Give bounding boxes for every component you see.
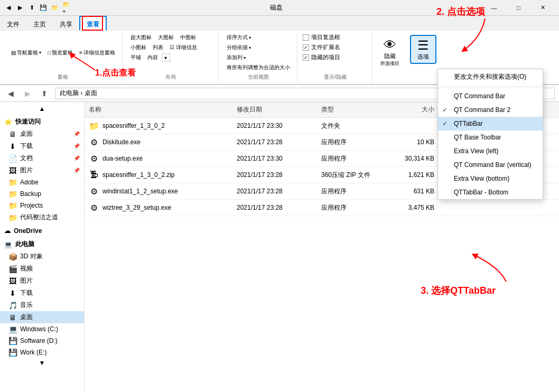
current-view-label: 当前视图	[248, 72, 269, 82]
forward-icon[interactable]: ▶	[16, 4, 24, 12]
software-d-label: Software (D:)	[20, 337, 58, 344]
qt-base-toolbar-item[interactable]: QT Base Toolbar	[438, 130, 543, 144]
file-name: wiztree_3_29_setup.exe	[103, 204, 171, 211]
sidebar-item-pictures[interactable]: 🖼 图片	[0, 275, 84, 287]
up-nav-btn[interactable]: ⬆	[38, 87, 51, 100]
tab-file[interactable]: 文件	[0, 18, 26, 31]
menu-divider	[438, 87, 543, 87]
qttabbar-bottom-item[interactable]: QTTabBar - Bottom	[438, 185, 543, 199]
file-name-cell: ⚙ dua-setup.exe	[85, 152, 232, 165]
table-row[interactable]: ⚙ wiztree_3_29_setup.exe 2021/1/17 23:28…	[85, 200, 559, 216]
qttabbar-item[interactable]: ✓ QTTabBar	[438, 117, 543, 130]
sidebar-onedrive[interactable]: ☁ OneDrive	[0, 226, 84, 236]
sidebar-scroll-up[interactable]: ▲	[0, 104, 84, 114]
file-date: 2021/1/17 23:28	[232, 186, 317, 197]
back-nav-btn[interactable]: ◀	[4, 87, 17, 100]
sidebar-item-download-qa[interactable]: ⬇ 下载 📌	[0, 140, 84, 152]
desktop-label: 桌面	[20, 313, 33, 322]
extra-view-left-label: Extra View (left)	[454, 147, 498, 155]
file-size: 3,475 KB	[386, 202, 439, 213]
sidebar-item-backup[interactable]: 📁 Backup	[0, 188, 84, 200]
sidebar-item-pics-qa[interactable]: 🖼 图片 📌	[0, 164, 84, 176]
sidebar-item-code[interactable]: 📁 代码整洁之道	[0, 211, 84, 223]
sidebar-scroll-down[interactable]: ▼	[0, 358, 84, 368]
large-icon-btn[interactable]: 大图标	[155, 33, 176, 42]
minimize-button[interactable]: —	[482, 0, 506, 16]
col-type[interactable]: 类型	[317, 103, 386, 116]
sort-btn[interactable]: 排序方式 ▾	[224, 33, 293, 42]
extra-view-left-item[interactable]: Extra View (left)	[438, 144, 543, 158]
layout-scroll-btn[interactable]: ▾	[162, 53, 170, 62]
col-date[interactable]: 修改日期	[232, 103, 317, 116]
col-name[interactable]: 名称	[85, 103, 232, 116]
pics-qa-label: 图片	[20, 166, 33, 175]
ribbon-group-layout: 超大图标 大图标 中图标 小图标 列表 ☑ 详细信息 平铺 内容 ▾ 布局	[124, 33, 219, 82]
small-icon-btn[interactable]: 小图标	[128, 43, 149, 52]
ribbon-group-current-view: 排序方式 ▾ 分组依据 ▾ 添加列 ▾ 将所有列调整为合适的大小 当前视图	[220, 33, 297, 82]
qt-command-bar2-item[interactable]: ✓ QT Command Bar 2	[438, 103, 543, 117]
extra-view-bottom-item[interactable]: Extra View (bottom)	[438, 172, 543, 185]
thispc-icon: 💻	[4, 241, 12, 248]
sidebar-item-downloads[interactable]: ⬇ 下载	[0, 287, 84, 299]
music-icon: 🎵	[8, 301, 17, 310]
sidebar-item-desktop[interactable]: 🖥 桌面	[0, 311, 84, 323]
sidebar-thispc[interactable]: 💻 此电脑	[0, 238, 84, 250]
details-pane-btn[interactable]: ≡详细信息窗格	[77, 33, 118, 72]
medium-icon-btn[interactable]: 中图标	[178, 33, 199, 42]
sidebar-item-3d[interactable]: 📦 3D 对象	[0, 250, 84, 263]
back-icon[interactable]: ◀	[4, 4, 13, 12]
content-btn[interactable]: 内容	[145, 53, 161, 62]
sidebar-item-desktop-qa[interactable]: 🖥 桌面 📌	[0, 128, 84, 140]
forward-nav-btn[interactable]: ▶	[21, 87, 34, 100]
sidebar-item-docs-qa[interactable]: 📄 文档 📌	[0, 152, 84, 164]
sidebar-item-adobe[interactable]: 📁 Adobe	[0, 176, 84, 188]
qt-command-bar-item[interactable]: QT Command Bar	[438, 89, 543, 103]
hide-group: 👁 隐藏 所选项目	[374, 33, 406, 82]
change-folder-search-item[interactable]: 更改文件夹和搜索选项(O)	[438, 69, 543, 85]
extra-large-icon-btn[interactable]: 超大图标	[128, 33, 154, 42]
new-folder-icon[interactable]: 📁+	[62, 4, 71, 12]
file-name: spacesniffer_1_3_0_2.zip	[103, 171, 175, 179]
tab-share[interactable]: 共享	[53, 18, 79, 31]
details-btn[interactable]: ☑ 详细信息	[167, 43, 200, 52]
file-ext-chk[interactable]: ✓ 文件扩展名	[303, 43, 368, 52]
panes-buttons: ▤导航窗格▾ □预览窗格 ≡详细信息窗格	[8, 33, 118, 72]
close-button[interactable]: ✕	[530, 0, 555, 16]
item-check-box-chk[interactable]: 项目复选框	[303, 33, 368, 42]
options-btn[interactable]: ☰ 选项	[410, 35, 436, 64]
sidebar-item-windows-c[interactable]: 💻 Windows (C:)	[0, 323, 84, 335]
file-size: 30,314 KB	[386, 153, 439, 164]
backup-label: Backup	[20, 190, 41, 198]
fit-cols-btn[interactable]: 将所有列调整为合适的大小	[224, 63, 293, 72]
backup-icon: 📁	[8, 190, 17, 198]
tab-view[interactable]: 查看	[79, 16, 107, 31]
sidebar-quick-access[interactable]: ⭐ 快速访问	[0, 116, 84, 128]
nav-pane-btn[interactable]: ▤导航窗格▾	[8, 33, 44, 72]
maximize-button[interactable]: □	[506, 0, 530, 16]
sidebar-item-software-d[interactable]: 💾 Software (D:)	[0, 335, 84, 347]
tile-btn[interactable]: 平铺	[128, 53, 144, 62]
add-col-btn[interactable]: 添加列 ▾	[224, 53, 293, 62]
file-size: 1,621 KB	[386, 170, 439, 180]
group-by-btn[interactable]: 分组依据 ▾	[224, 43, 293, 52]
qt-command-bar-vertical-item[interactable]: QT Command Bar (vertical)	[438, 158, 543, 172]
sidebar-item-work-e[interactable]: 💾 Work (E:)	[0, 347, 84, 358]
sidebar-item-music[interactable]: 🎵 音乐	[0, 299, 84, 311]
preview-pane-btn[interactable]: □预览窗格	[45, 33, 76, 72]
col-size[interactable]: 大小	[386, 103, 439, 116]
list-btn[interactable]: 列表	[150, 43, 166, 52]
sidebar-item-projects[interactable]: 📁 Projects	[0, 200, 84, 211]
sidebar-item-video[interactable]: 🎬 视频	[0, 263, 84, 275]
projects-label: Projects	[20, 202, 43, 209]
up-icon[interactable]: ⬆	[27, 4, 36, 12]
hide-btn[interactable]: 👁 隐藏 所选项目	[376, 35, 404, 70]
tab-home[interactable]: 主页	[26, 18, 53, 31]
projects-icon: 📁	[8, 201, 17, 210]
save-icon[interactable]: 💾	[39, 4, 48, 12]
address-input[interactable]	[55, 88, 455, 99]
qt-base-toolbar-label: QT Base Toolbar	[454, 134, 501, 141]
folder-file-icon: 📁	[89, 120, 99, 131]
file-date: 2021/1/17 23:28	[232, 170, 317, 180]
video-icon: 🎬	[8, 265, 17, 273]
hidden-items-chk[interactable]: ✓ 隐藏的项目	[303, 53, 368, 62]
